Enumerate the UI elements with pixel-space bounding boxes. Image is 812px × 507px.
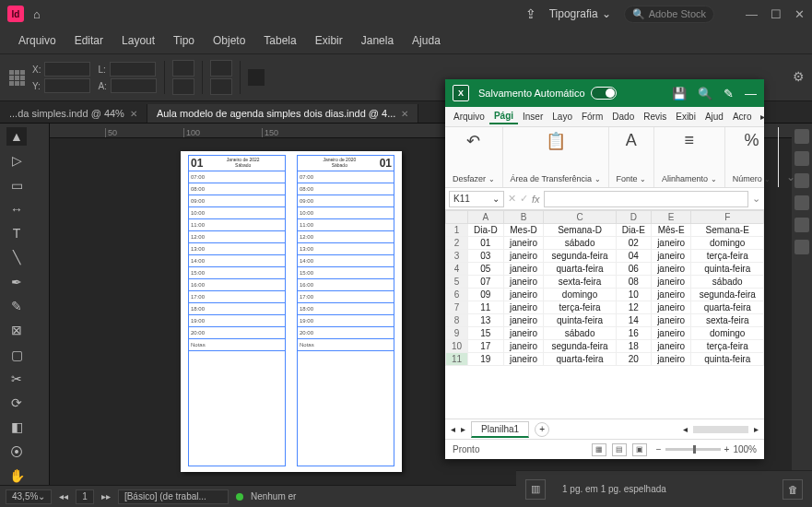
toggle-icon[interactable] [591, 87, 617, 100]
collapse-ribbon-icon[interactable]: ⌄ [779, 167, 803, 187]
cell[interactable]: Mês-E [651, 224, 691, 237]
cell[interactable]: domingo [691, 327, 764, 340]
cell[interactable]: janeiro [651, 340, 691, 353]
fx-icon[interactable]: fx [532, 194, 540, 205]
ribbon-group-área-de-transferência[interactable]: 📋Área de Transferência ⌄ [503, 127, 609, 187]
panel-icon[interactable] [794, 129, 809, 144]
cell[interactable]: janeiro [503, 340, 544, 353]
scissors-tool-icon[interactable]: ✂ [6, 370, 27, 388]
zoom-slider[interactable]: −+ 100% [656, 444, 757, 454]
cell[interactable]: janeiro [651, 289, 691, 301]
excel-menu-ajud[interactable]: Ajud [700, 110, 728, 124]
col-header[interactable]: D [616, 211, 651, 224]
menu-janela[interactable]: Janela [354, 30, 401, 51]
col-header[interactable]: B [503, 211, 544, 224]
panel-icon[interactable] [794, 195, 809, 210]
add-sheet-icon[interactable]: + [535, 422, 549, 437]
excel-grid[interactable]: ABCDEF1Dia-DMes-DSemana-DDia-EMês-ESeman… [445, 210, 764, 419]
excel-menu-fórm[interactable]: Fórm [577, 110, 607, 124]
sheet-nav-icon[interactable]: ▸ [461, 424, 465, 434]
row-header[interactable]: 9 [446, 327, 468, 340]
y-input[interactable] [44, 78, 90, 93]
rect-tool-icon[interactable]: ▢ [6, 345, 27, 363]
cell[interactable]: 15 [468, 327, 504, 340]
cell[interactable]: janeiro [651, 327, 691, 340]
cell[interactable]: 17 [468, 340, 504, 353]
zoom-field[interactable]: 43,5% ⌄ [6, 489, 52, 504]
menu-tipo[interactable]: Tipo [166, 30, 202, 51]
ribbon-group-número[interactable]: %Número ⌄ [725, 127, 780, 187]
left-page[interactable]: 01 Janeiro de 2022Sábado 07:0008:0009:00… [188, 155, 286, 466]
row-header[interactable]: 2 [446, 237, 468, 250]
scale-x-input[interactable] [172, 60, 194, 77]
cell[interactable]: sábado [544, 237, 616, 250]
cell[interactable]: Dia-E [616, 224, 651, 237]
cell[interactable]: 18 [616, 340, 651, 353]
gear-icon[interactable]: ⚙ [793, 69, 805, 84]
chevron-right-icon[interactable]: ▸ [756, 110, 770, 124]
cell[interactable]: janeiro [503, 276, 544, 289]
cell[interactable]: quarta-feira [691, 301, 764, 314]
sheet-tab[interactable]: Planilha1 [471, 421, 529, 438]
cell[interactable]: 07 [468, 276, 504, 289]
cell[interactable]: janeiro [503, 314, 544, 327]
pages-panel-icon[interactable]: ▥ [525, 479, 546, 500]
cell[interactable]: 19 [468, 353, 504, 366]
cell[interactable]: 04 [616, 250, 651, 263]
cell[interactable]: 10 [616, 289, 651, 301]
right-page[interactable]: 01 Janeiro de 2020Sábado 07:0008:0009:00… [297, 155, 394, 466]
row-header[interactable]: 1 [446, 224, 468, 237]
reference-point-icon[interactable] [9, 70, 25, 86]
normal-view-icon[interactable]: ▦ [592, 443, 606, 456]
row-header[interactable]: 4 [446, 263, 468, 276]
menu-arquivo[interactable]: Arquivo [11, 30, 64, 51]
hand-tool-icon[interactable]: ✋ [6, 466, 27, 485]
cell[interactable]: Semana-D [544, 224, 616, 237]
pagelayout-view-icon[interactable]: ▤ [612, 443, 627, 456]
cell[interactable]: 11 [468, 301, 504, 314]
formula-input[interactable] [544, 191, 748, 207]
excel-menu-arquivo[interactable]: Arquivo [449, 110, 489, 124]
prev-spread-icon[interactable]: ◂◂ [59, 491, 68, 501]
document-tab[interactable]: ...da simples.indd @ 44%✕ [0, 104, 147, 123]
pencil-tool-icon[interactable]: ✎ [6, 297, 27, 315]
cell[interactable]: janeiro [651, 263, 691, 276]
excel-menu-pági[interactable]: Pági [489, 109, 518, 124]
share-icon[interactable]: ⇪ [525, 6, 536, 21]
scale-y-input[interactable] [172, 78, 194, 95]
cell[interactable]: janeiro [503, 250, 544, 263]
cell[interactable]: sexta-feira [691, 314, 764, 327]
cell[interactable]: 08 [616, 276, 651, 289]
cell[interactable]: 02 [616, 237, 651, 250]
cell[interactable]: terça-feira [691, 340, 764, 353]
cell[interactable]: 09 [468, 289, 504, 301]
ribbon-group-fonte[interactable]: AFonte ⌄ [609, 127, 655, 187]
minimize-button[interactable]: — [746, 7, 758, 21]
name-box[interactable]: K11⌄ [449, 191, 504, 207]
menu-tabela[interactable]: Tabela [256, 30, 303, 51]
cell[interactable]: 01 [468, 237, 504, 250]
sheet-nav-icon[interactable]: ◂ [451, 424, 455, 434]
rotate-input[interactable] [210, 60, 232, 77]
row-header[interactable]: 5 [446, 276, 468, 289]
cell[interactable]: janeiro [651, 301, 691, 314]
col-header[interactable]: C [544, 211, 616, 224]
cell[interactable]: quinta-feira [691, 263, 764, 276]
gradient-tool-icon[interactable]: ◧ [6, 418, 27, 436]
cell[interactable]: janeiro [503, 237, 544, 250]
cell[interactable]: sexta-feira [544, 276, 616, 289]
col-header[interactable]: E [651, 211, 691, 224]
search-icon[interactable]: 🔍 [698, 87, 712, 100]
type-tool-icon[interactable]: T [6, 224, 27, 242]
cell[interactable]: quinta-feira [544, 314, 616, 327]
col-header[interactable]: F [691, 211, 764, 224]
cell[interactable]: 05 [468, 263, 504, 276]
x-input[interactable] [44, 62, 90, 77]
selection-tool-icon[interactable]: ▲ [6, 127, 27, 146]
cell[interactable]: janeiro [651, 353, 691, 366]
cell[interactable]: sábado [691, 276, 764, 289]
col-header[interactable]: A [468, 211, 504, 224]
panel-icon[interactable] [794, 218, 809, 232]
pen-tool-icon[interactable]: ✒ [6, 273, 27, 291]
row-header[interactable]: 6 [446, 289, 468, 301]
